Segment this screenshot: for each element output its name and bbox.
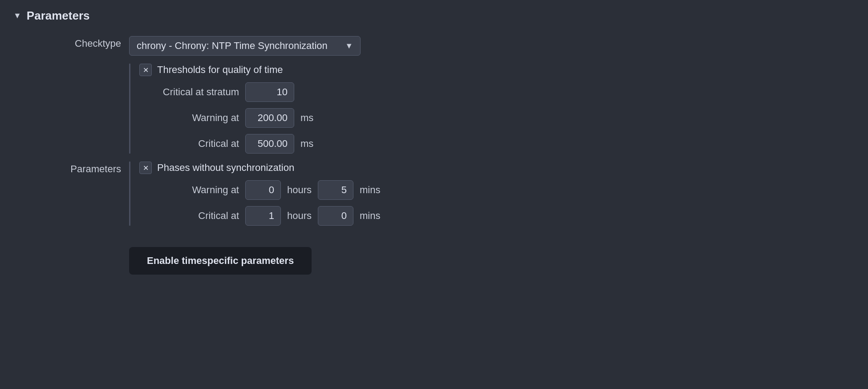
warning-mins-input[interactable]: [318, 180, 353, 200]
warning-ms-input[interactable]: [245, 108, 294, 128]
quality-threshold-row: ✕ Thresholds for quality of time Critica…: [13, 64, 855, 154]
critical-ms-unit: ms: [300, 138, 313, 150]
phases-block: ✕ Phases without synchronization Warning…: [129, 162, 381, 226]
critical-stratum-input[interactable]: [245, 82, 294, 102]
phases-sync-row: Parameters ✕ Phases without synchronizat…: [13, 162, 855, 226]
checktype-value: chrony - Chrony: NTP Time Synchronizatio…: [137, 40, 328, 52]
critical-hours-input[interactable]: [245, 206, 281, 226]
main-container: ▼ Parameters Checktype chrony - Chrony: …: [0, 0, 868, 389]
chevron-down-icon: ▼: [345, 41, 353, 51]
critical-mins-input[interactable]: [318, 206, 353, 226]
warning-ms-unit: ms: [300, 112, 313, 124]
phases-checkbox[interactable]: ✕: [139, 162, 152, 174]
checktype-select[interactable]: chrony - Chrony: NTP Time Synchronizatio…: [129, 36, 361, 56]
quality-block: ✕ Thresholds for quality of time Critica…: [129, 64, 313, 154]
warning-hours-row: Warning at hours mins: [139, 180, 381, 200]
critical-stratum-row: Critical at stratum: [139, 82, 313, 102]
warning-hours-label: Warning at: [159, 184, 239, 196]
quality-threshold-label: Thresholds for quality of time: [157, 64, 283, 76]
quality-checkbox[interactable]: ✕: [139, 64, 152, 76]
checktype-label: Checktype: [13, 36, 129, 49]
warning-hours-input[interactable]: [245, 180, 281, 200]
enable-btn-wrapper: Enable timespecific parameters: [13, 234, 855, 275]
quality-side-label: [13, 64, 129, 65]
checktype-row: Checktype chrony - Chrony: NTP Time Sync…: [13, 36, 855, 56]
params-content: Checktype chrony - Chrony: NTP Time Sync…: [13, 36, 855, 275]
critical-ms-input[interactable]: [245, 134, 294, 154]
critical-ms-label: Critical at: [159, 138, 239, 150]
warning-mins-unit: mins: [360, 184, 380, 196]
critical-hours-unit: hours: [287, 210, 312, 222]
section-title: Parameters: [27, 9, 90, 23]
phases-checkbox-row: ✕ Phases without synchronization: [139, 162, 381, 174]
quality-checkbox-row: ✕ Thresholds for quality of time: [139, 64, 313, 76]
critical-hours-label: Critical at: [159, 210, 239, 222]
phases-sync-label: Phases without synchronization: [157, 162, 294, 174]
critical-mins-unit: mins: [360, 210, 380, 222]
warning-ms-label: Warning at: [159, 112, 239, 124]
warning-ms-row: Warning at ms: [139, 108, 313, 128]
warning-hours-unit: hours: [287, 184, 312, 196]
collapse-triangle-icon[interactable]: ▼: [13, 11, 21, 20]
phases-side-label: Parameters: [13, 162, 129, 175]
critical-hours-row: Critical at hours mins: [139, 206, 381, 226]
section-header: ▼ Parameters: [13, 9, 855, 23]
critical-ms-row: Critical at ms: [139, 134, 313, 154]
critical-stratum-label: Critical at stratum: [159, 86, 239, 98]
enable-timespecific-button[interactable]: Enable timespecific parameters: [129, 247, 312, 275]
